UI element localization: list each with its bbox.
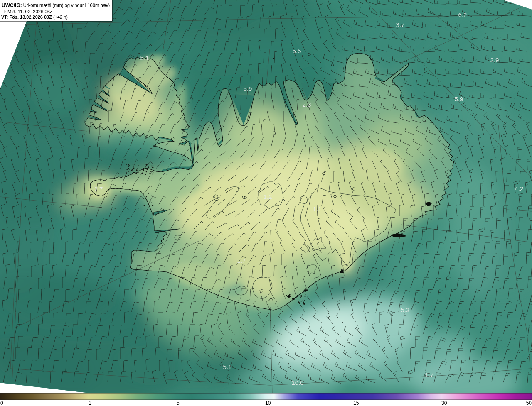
svg-text:1.1: 1.1 <box>313 205 322 213</box>
svg-text:3.7: 3.7 <box>396 21 405 28</box>
svg-text:5.3: 5.3 <box>401 306 410 313</box>
svg-text:1: 1 <box>89 400 91 406</box>
svg-text:1.7: 1.7 <box>425 371 434 378</box>
svg-text:5.1: 5.1 <box>140 54 149 61</box>
svg-text:1.7: 1.7 <box>237 257 246 264</box>
svg-text:15: 15 <box>353 400 359 406</box>
svg-text:50: 50 <box>526 400 532 406</box>
svg-text:IT: Mið. 11. 02. 2026 06Z: IT: Mið. 11. 02. 2026 06Z <box>1 9 53 15</box>
svg-text:VT: Fös. 13.02.2026 00Z (+42 h: VT: Fös. 13.02.2026 00Z (+42 h) <box>1 14 68 20</box>
svg-text:2.7: 2.7 <box>94 186 103 193</box>
svg-text:4.2: 4.2 <box>515 185 524 192</box>
svg-text:6.2: 6.2 <box>458 11 467 18</box>
svg-text:5.9: 5.9 <box>244 85 252 92</box>
svg-text:5: 5 <box>177 400 180 406</box>
svg-text:30: 30 <box>441 400 447 406</box>
svg-text:UWC/IG: Úrkomumætti (mm) og vi: UWC/IG: Úrkomumætti (mm) og vindur i 100… <box>2 2 110 8</box>
svg-text:10: 10 <box>265 400 271 406</box>
svg-text:10.0: 10.0 <box>291 379 303 386</box>
svg-text:3.9: 3.9 <box>490 56 499 64</box>
svg-text:5.5: 5.5 <box>293 47 301 54</box>
svg-text:5.1: 5.1 <box>223 363 232 370</box>
svg-text:1.2: 1.2 <box>264 193 272 200</box>
svg-text:5.9: 5.9 <box>455 95 463 103</box>
svg-text:0: 0 <box>0 400 3 406</box>
svg-text:2.3: 2.3 <box>303 101 311 108</box>
